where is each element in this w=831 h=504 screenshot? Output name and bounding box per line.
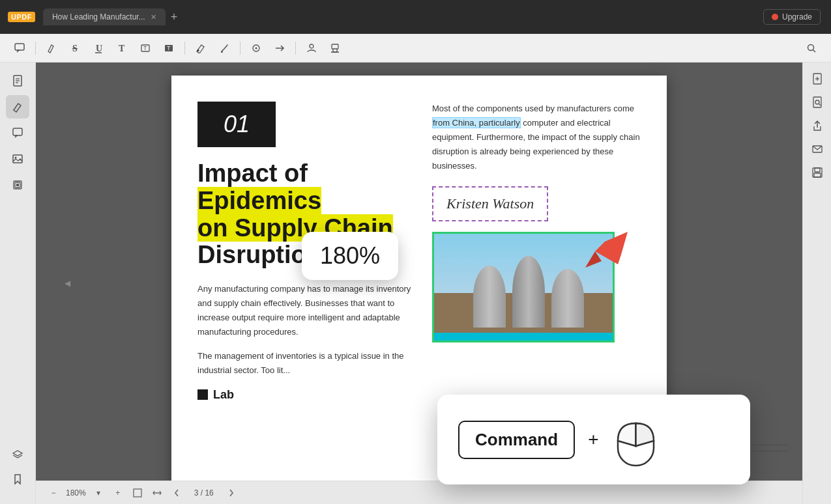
text-fill-icon[interactable]: T: [160, 39, 178, 57]
decorative-lines: [753, 444, 789, 452]
line-1: [753, 444, 789, 446]
svg-rect-34: [813, 97, 821, 107]
cyan-accent-bar: [434, 333, 613, 341]
svg-point-23: [15, 157, 17, 159]
zoom-indicator: 180%: [302, 232, 398, 280]
svg-rect-27: [134, 489, 141, 497]
sidebar-doc-icon[interactable]: [6, 69, 29, 92]
document-tab[interactable]: How Leading Manufactur... ✕: [43, 8, 166, 25]
zoom-reset-icon[interactable]: ▾: [91, 486, 106, 500]
upgrade-indicator: [772, 14, 778, 20]
stamp-icon[interactable]: [326, 39, 344, 57]
highlighted-phrase: from China, particularly: [432, 117, 521, 128]
sidebar-image-icon[interactable]: [6, 147, 29, 171]
upgrade-button[interactable]: Upgrade: [763, 9, 821, 25]
document-body-left: Any manufacturing company has to manage …: [197, 282, 413, 378]
svg-rect-0: [15, 44, 24, 50]
svg-text:T: T: [167, 45, 171, 51]
svg-line-16: [813, 49, 816, 52]
annotation-toolbar: S U T T T: [0, 34, 831, 63]
toolbar-divider-2: [184, 42, 185, 55]
toolbar-divider-4: [295, 42, 296, 55]
silo-2: [512, 256, 545, 328]
svg-point-12: [310, 44, 313, 48]
svg-point-9: [221, 51, 223, 53]
fit-page-icon[interactable]: [130, 486, 145, 500]
signature-text: Kristen Watson: [446, 195, 534, 212]
close-tab-icon[interactable]: ✕: [151, 13, 156, 21]
upgrade-label: Upgrade: [782, 12, 812, 21]
svg-rect-26: [16, 184, 19, 186]
zoom-value: 180%: [320, 242, 380, 269]
circle-shape-icon[interactable]: [247, 39, 265, 57]
silo-3: [551, 269, 584, 328]
mouse-icon: [611, 410, 660, 469]
section-number: 01: [197, 102, 276, 147]
next-page-icon[interactable]: [224, 486, 239, 500]
page-indicator: 3 / 16: [194, 488, 214, 497]
svg-rect-39: [815, 168, 820, 172]
text-icon[interactable]: T: [113, 39, 131, 57]
svg-text:T: T: [119, 44, 125, 53]
right-mail-icon[interactable]: [808, 139, 827, 159]
silo-1: [473, 266, 506, 328]
arrow-shape-icon[interactable]: [270, 39, 289, 57]
fit-width-icon[interactable]: [150, 486, 164, 500]
titlebar: UPDF How Leading Manufactur... ✕ + Upgra…: [0, 0, 831, 34]
sidebar-bookmark-icon[interactable]: [6, 468, 29, 491]
underline-icon[interactable]: U: [89, 39, 108, 57]
brush-icon[interactable]: [215, 39, 233, 57]
text-box-icon[interactable]: T: [136, 39, 154, 57]
highlight-icon[interactable]: [42, 39, 61, 57]
zoom-in-button[interactable]: +: [111, 486, 125, 500]
sidebar-layers-icon[interactable]: [6, 173, 29, 197]
toolbar-divider-1: [35, 42, 36, 55]
line-2: [753, 450, 789, 452]
red-arrow-annotation: [582, 219, 641, 280]
right-share-icon[interactable]: [808, 116, 827, 135]
document-area: ◀ 01 Impact of Epidemics on Supply Chain…: [36, 63, 802, 504]
pen-icon[interactable]: [192, 39, 210, 57]
signature-box: Kristen Watson: [432, 186, 548, 221]
sidebar-comment-icon[interactable]: [6, 121, 29, 145]
svg-rect-21: [13, 128, 22, 135]
svg-text:T: T: [143, 45, 147, 51]
add-tab-button[interactable]: +: [171, 10, 178, 24]
zoom-out-button[interactable]: −: [46, 486, 61, 500]
prev-page-icon[interactable]: [169, 486, 184, 500]
silo-image-container: [432, 232, 615, 343]
collapse-sidebar-icon[interactable]: ◀: [65, 279, 70, 288]
svg-text:U: U: [96, 44, 102, 53]
right-file-search-icon[interactable]: [808, 92, 827, 112]
document-right-column: Most of the components used by manufactu…: [432, 102, 641, 345]
sidebar-bottom: [6, 441, 29, 497]
label-partial: Lab: [213, 388, 234, 402]
right-file-add-icon[interactable]: [808, 69, 827, 89]
plus-sign: +: [588, 429, 598, 450]
zoom-display: 180%: [66, 488, 86, 497]
sidebar-layers2-icon[interactable]: [6, 441, 29, 465]
comment-icon[interactable]: [10, 39, 29, 57]
body-paragraph-1: Any manufacturing company has to manage …: [197, 282, 413, 339]
command-key-label: Command: [458, 421, 575, 459]
search-icon[interactable]: [802, 39, 821, 57]
strikethrough-icon[interactable]: S: [66, 39, 84, 57]
black-square-icon: [197, 389, 208, 400]
left-sidebar: [0, 63, 36, 504]
svg-rect-13: [332, 44, 338, 49]
main-area: ◀ 01 Impact of Epidemics on Supply Chain…: [0, 63, 831, 504]
doc-right-text: Most of the components used by manufactu…: [432, 102, 641, 173]
tab-title: How Leading Manufactur...: [52, 12, 145, 21]
right-save-icon[interactable]: [808, 163, 827, 182]
sidebar-edit-icon[interactable]: [6, 95, 29, 119]
command-shortcut-overlay: Command +: [437, 395, 750, 484]
svg-rect-22: [13, 155, 22, 163]
body-paragraph-2: The management of inventories is a typic…: [197, 349, 413, 378]
svg-point-11: [255, 47, 257, 49]
svg-text:S: S: [72, 44, 78, 53]
app-logo: UPDF: [8, 12, 35, 22]
svg-line-36: [819, 104, 821, 105]
toolbar-divider-3: [240, 42, 241, 55]
person-icon[interactable]: [302, 39, 321, 57]
svg-point-15: [808, 44, 814, 50]
